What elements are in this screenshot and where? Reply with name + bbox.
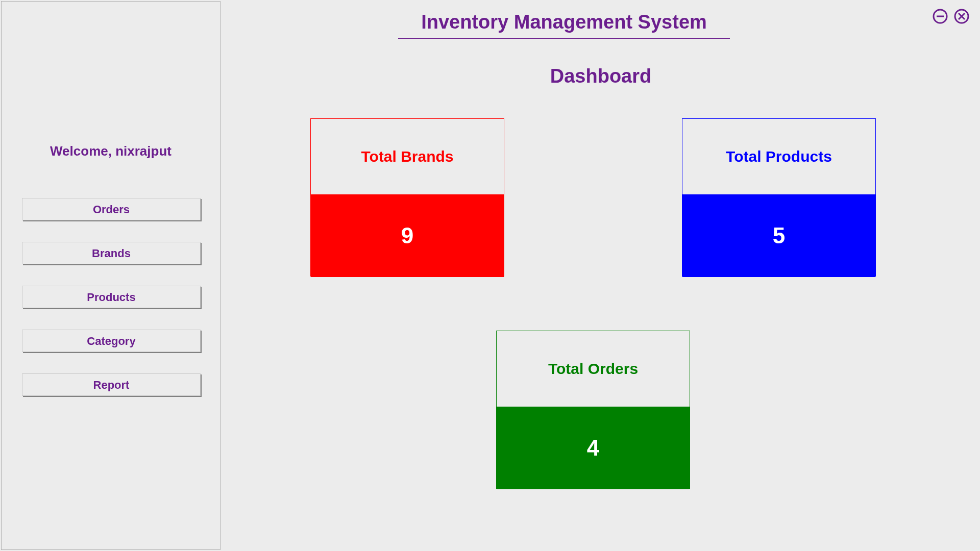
- card-products-value: 5: [682, 194, 875, 277]
- sidebar-item-orders[interactable]: Orders: [22, 198, 201, 220]
- card-orders-label: Total Orders: [497, 331, 690, 407]
- sidebar-item-report[interactable]: Report: [22, 373, 201, 396]
- close-button[interactable]: [953, 8, 970, 24]
- close-icon: [953, 8, 970, 24]
- card-brands-value: 9: [311, 194, 504, 277]
- card-brands-label: Total Brands: [311, 119, 504, 194]
- card-total-orders: Total Orders 4: [496, 331, 690, 489]
- nav: Orders Brands Products Category Report: [22, 198, 201, 417]
- sidebar-item-products[interactable]: Products: [22, 286, 201, 308]
- minimize-icon: [932, 8, 948, 24]
- minimize-button[interactable]: [932, 8, 948, 24]
- card-products-label: Total Products: [682, 119, 875, 194]
- card-total-products: Total Products 5: [682, 118, 876, 277]
- sidebar-item-brands[interactable]: Brands: [22, 242, 201, 264]
- sidebar: Welcome, nixrajput Orders Brands Product…: [1, 1, 220, 550]
- sidebar-item-category[interactable]: Category: [22, 330, 201, 352]
- app-title: Inventory Management System: [398, 11, 730, 39]
- card-total-brands: Total Brands 9: [310, 118, 504, 277]
- welcome-text: Welcome, nixrajput: [2, 143, 220, 159]
- card-orders-value: 4: [497, 407, 690, 489]
- window-controls: [932, 8, 970, 24]
- page-title: Dashboard: [222, 65, 980, 87]
